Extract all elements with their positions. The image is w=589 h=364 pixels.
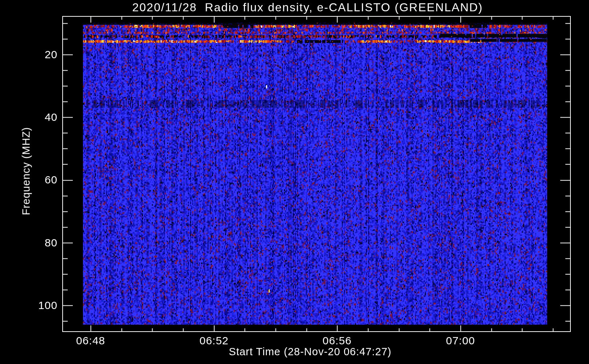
x-tick-label-0648: 06:48 [76,335,105,347]
x-tick-label-0700: 07:00 [446,335,475,347]
y-tick-label-60: 60 [45,174,58,186]
spectrogram-heatmap-canvas [0,0,589,364]
y-axis-label: Frequency (MHZ) [20,127,32,215]
y-tick-label-80: 80 [45,237,58,249]
plot-title: 2020/11/28 Radio flux density, e-CALLIST… [132,1,483,14]
y-tick-label-40: 40 [45,111,58,123]
spectrogram-figure: 2020/11/28 Radio flux density, e-CALLIST… [0,0,589,364]
x-tick-label-0652: 06:52 [199,335,229,347]
y-tick-label-20: 20 [45,49,58,60]
x-axis-label: Start Time (28-Nov-20 06:47:27) [229,346,392,358]
x-tick-label-0656: 06:56 [323,335,352,347]
y-tick-label-100: 100 [38,300,58,311]
